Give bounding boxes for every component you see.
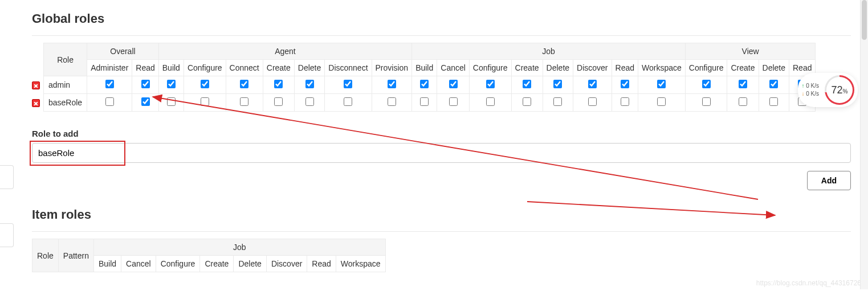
item-roles-section: Item roles RolePatternJobBuildCancelConf… <box>32 207 851 272</box>
permission-checkbox[interactable] <box>344 97 352 106</box>
perm-header: Create <box>511 60 543 76</box>
perm-header: Create <box>200 256 234 272</box>
permission-checkbox[interactable] <box>588 80 597 88</box>
permission-checkbox[interactable] <box>201 97 209 106</box>
permission-checkbox[interactable] <box>553 97 562 106</box>
perm-header: Discover <box>573 60 612 76</box>
permission-checkbox[interactable] <box>769 97 778 106</box>
network-stats: ↑ 0 K/s ↓ 0 K/s <box>801 82 819 98</box>
permission-checkbox[interactable] <box>702 80 711 88</box>
usage-percent: 72 <box>832 84 843 96</box>
scrollbar-thumb[interactable] <box>862 0 867 40</box>
permission-checkbox[interactable] <box>344 80 352 88</box>
permission-checkbox[interactable] <box>553 80 562 88</box>
perm-header: Delete <box>234 256 266 272</box>
permission-checkbox[interactable] <box>274 97 283 106</box>
role-header: Role <box>32 239 59 272</box>
add-button[interactable]: Add <box>807 171 851 190</box>
divider <box>32 35 851 36</box>
permission-checkbox[interactable] <box>739 80 747 88</box>
permission-checkbox[interactable] <box>240 80 248 88</box>
left-edge-tabs <box>0 165 14 281</box>
permission-checkbox[interactable] <box>702 97 711 106</box>
role-name-cell: baseRole <box>44 94 87 112</box>
system-monitor-widget: ↑ 0 K/s ↓ 0 K/s 72% <box>798 73 858 107</box>
global-roles-heading: Global roles <box>32 11 851 26</box>
permission-checkbox[interactable] <box>523 80 531 88</box>
permission-checkbox[interactable] <box>420 97 429 106</box>
delete-role-icon[interactable] <box>32 81 40 89</box>
perm-header: Read <box>612 60 638 76</box>
role-input-wrap <box>32 143 851 163</box>
permission-checkbox[interactable] <box>305 80 314 88</box>
perm-header: Cancel <box>121 256 156 272</box>
permission-checkbox[interactable] <box>657 80 666 88</box>
permission-checkbox[interactable] <box>769 80 778 88</box>
perm-header: Connect <box>226 60 263 76</box>
download-speed: 0 K/s <box>806 91 819 97</box>
permission-checkbox[interactable] <box>486 97 495 106</box>
perm-header: Administer <box>87 60 132 76</box>
perm-header: Create <box>727 60 759 76</box>
permission-checkbox[interactable] <box>105 97 114 106</box>
watermark: https://blog.csdn.net/qq_44316726 <box>756 279 861 287</box>
permission-checkbox[interactable] <box>486 80 495 88</box>
group-header-overall: Overall <box>87 43 159 60</box>
perm-header: Delete <box>759 60 789 76</box>
permission-checkbox[interactable] <box>388 97 396 106</box>
perm-header: Configure <box>685 60 727 76</box>
upload-speed: 0 K/s <box>806 83 819 89</box>
perm-header: Build <box>158 60 184 76</box>
group-header-view: View <box>685 43 816 60</box>
permission-checkbox[interactable] <box>105 80 114 88</box>
permission-checkbox[interactable] <box>449 97 458 106</box>
vertical-scrollbar[interactable] <box>860 0 868 289</box>
global-roles-section: Global roles RoleOverallAgentJobViewAdmi… <box>32 11 851 112</box>
permission-checkbox[interactable] <box>167 80 176 88</box>
permission-checkbox[interactable] <box>167 97 176 106</box>
permission-checkbox[interactable] <box>621 80 629 88</box>
permission-checkbox[interactable] <box>141 97 150 106</box>
perm-header: Delete <box>294 60 324 76</box>
permission-checkbox[interactable] <box>621 97 629 106</box>
perm-header: Workspace <box>336 256 385 272</box>
item-roles-table: RolePatternJobBuildCancelConfigureCreate… <box>32 239 386 272</box>
permission-checkbox[interactable] <box>305 97 314 106</box>
permission-checkbox[interactable] <box>274 80 283 88</box>
permission-checkbox[interactable] <box>420 80 429 88</box>
perm-header: Configure <box>469 60 511 76</box>
item-roles-heading: Item roles <box>32 207 851 222</box>
perm-header: Configure <box>156 256 200 272</box>
role-name-cell: admin <box>44 76 87 94</box>
left-tab-1[interactable] <box>0 165 14 189</box>
perm-header: Build <box>412 60 437 76</box>
role-to-add-input[interactable] <box>32 143 851 163</box>
permission-checkbox[interactable] <box>388 80 396 88</box>
permission-checkbox[interactable] <box>201 80 209 88</box>
perm-header: Read <box>307 256 336 272</box>
role-to-add-label: Role to add <box>32 129 851 138</box>
perm-header: Read <box>132 60 158 76</box>
global-roles-table: RoleOverallAgentJobViewAdministerReadBui… <box>32 43 816 112</box>
perm-header: Discover <box>266 256 307 272</box>
role-header: Role <box>44 43 87 76</box>
perm-header: Delete <box>543 60 573 76</box>
permission-checkbox[interactable] <box>449 80 458 88</box>
delete-role-icon[interactable] <box>32 99 40 107</box>
permission-checkbox[interactable] <box>588 97 597 106</box>
group-header-job: Job <box>412 43 686 60</box>
perm-header: Cancel <box>437 60 470 76</box>
percent-sign: % <box>843 88 848 95</box>
group-header-agent: Agent <box>158 43 411 60</box>
perm-header: Build <box>93 256 121 272</box>
perm-header: Workspace <box>638 60 686 76</box>
permission-checkbox[interactable] <box>739 97 747 106</box>
divider <box>32 231 851 232</box>
perm-header: Configure <box>184 60 226 76</box>
permission-checkbox[interactable] <box>523 97 531 106</box>
left-tab-2[interactable] <box>0 223 14 247</box>
permission-checkbox[interactable] <box>657 97 666 106</box>
permission-checkbox[interactable] <box>240 97 248 106</box>
role-to-add-section: Role to add Add <box>32 129 851 190</box>
permission-checkbox[interactable] <box>141 80 150 88</box>
